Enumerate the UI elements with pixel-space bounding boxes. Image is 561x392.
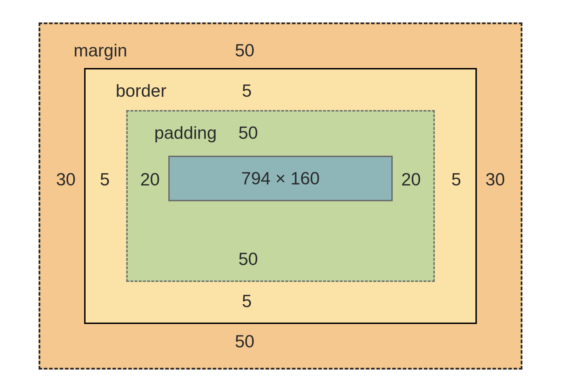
border-top-value: 5 xyxy=(242,82,252,100)
border-bottom-value: 5 xyxy=(242,292,252,310)
content-region: 794 × 160 xyxy=(168,156,393,201)
margin-right-value: 30 xyxy=(485,171,505,188)
padding-left-value: 20 xyxy=(140,171,160,188)
padding-right-value: 20 xyxy=(401,171,421,188)
padding-label: padding xyxy=(154,124,217,142)
padding-top-value: 50 xyxy=(238,124,258,142)
margin-bottom-value: 50 xyxy=(235,333,255,350)
margin-left-value: 30 xyxy=(56,171,76,188)
border-left-value: 5 xyxy=(100,171,110,188)
margin-label: margin xyxy=(74,42,127,59)
margin-top-value: 50 xyxy=(235,42,255,59)
padding-bottom-value: 50 xyxy=(238,250,258,268)
box-model-diagram: 794 × 160 margin 50 30 30 50 border 5 5 … xyxy=(39,22,522,370)
content-size-value: 794 × 160 xyxy=(241,168,320,189)
border-label: border xyxy=(116,82,167,100)
border-right-value: 5 xyxy=(451,171,461,188)
